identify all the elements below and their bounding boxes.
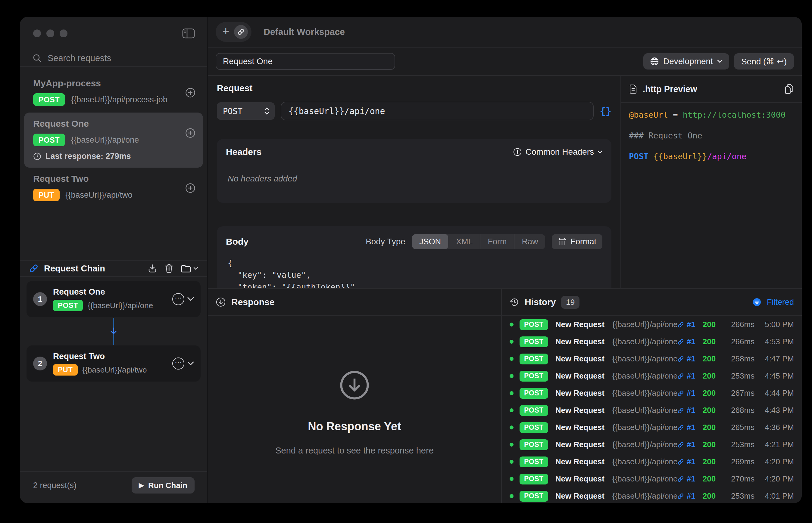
history-row[interactable]: POST New Request {{baseUrl}}/api/one #1 … (502, 453, 802, 470)
history-request-name: New Request (555, 474, 604, 484)
history-row[interactable]: POST New Request {{baseUrl}}/api/one #1 … (502, 402, 802, 419)
no-response-subtitle: Send a request to see the response here (275, 446, 434, 456)
variables-icon[interactable]: {} (600, 105, 611, 117)
chain-reference: #1 (677, 423, 695, 432)
common-headers-label: Common Headers (525, 147, 594, 157)
history-row[interactable]: POST New Request {{baseUrl}}/api/one #1 … (502, 436, 802, 453)
duration: 269ms (722, 457, 755, 466)
history-request-url: {{baseUrl}}/api/one (612, 405, 677, 415)
search-requests-input[interactable]: Search requests (20, 50, 207, 67)
request-name-input[interactable]: Request One (215, 53, 395, 70)
link-icon (677, 355, 684, 363)
copy-preview-button[interactable] (784, 84, 794, 94)
sidebar-toggle-button[interactable] (182, 28, 195, 39)
request-chain-header: Request Chain (20, 260, 207, 277)
ellipsis-icon: ⋯ (175, 359, 182, 366)
chain-ref-text: #1 (687, 491, 695, 501)
sidebar: Search requests MyApp-process POST {{bas… (20, 17, 208, 503)
chevron-down-icon[interactable] (187, 297, 194, 301)
history-request-name: New Request (555, 354, 604, 363)
history-request-url: {{baseUrl}}/api/one (612, 337, 677, 346)
http-preview-code: @baseUrl = http://localhost:3000### Requ… (621, 103, 802, 180)
send-button[interactable]: Send (⌘ ↩) (734, 53, 794, 70)
common-headers-button[interactable]: Common Headers (513, 147, 602, 157)
status-code: 200 (703, 354, 722, 363)
body-type-option[interactable]: Form (480, 234, 514, 249)
preview-token: POST (629, 152, 649, 161)
zoom-window-button[interactable] (59, 30, 67, 37)
link-icon (677, 441, 684, 448)
export-chain-button[interactable] (148, 264, 157, 273)
add-to-chain-button[interactable] (185, 87, 196, 98)
chevron-down-icon[interactable] (187, 361, 194, 366)
chain-item[interactable]: 2 Request Two PUT {{baseUrl}}/api/two ⋯ (27, 345, 201, 382)
close-window-button[interactable] (33, 30, 41, 37)
history-request-url: {{baseUrl}}/api/one (612, 389, 677, 398)
filtered-label[interactable]: Filtered (767, 297, 794, 307)
chevron-down-icon (717, 59, 723, 63)
chain-ref-text: #1 (687, 320, 695, 329)
request-name: Request One (33, 119, 185, 129)
history-request-url: {{baseUrl}}/api/one (612, 474, 677, 484)
body-type-label: Body Type (366, 237, 405, 247)
chain-folder-menu-button[interactable] (181, 264, 198, 273)
body-code-editor[interactable]: { "key": "value", "token": "{{authToken}… (226, 257, 602, 288)
history-request-url: {{baseUrl}}/api/one (612, 440, 677, 449)
request-list-item[interactable]: Request One POST {{baseUrl}}/api/one Las… (24, 112, 203, 168)
run-chain-button[interactable]: ▶ Run Chain (132, 477, 194, 493)
window-chrome (20, 17, 207, 50)
history-row[interactable]: POST New Request {{baseUrl}}/api/one #1 … (502, 384, 802, 402)
status-code: 200 (703, 457, 722, 466)
method-select[interactable]: POST (217, 102, 275, 120)
method-badge: POST (33, 133, 65, 146)
chain-item-menu-button[interactable]: ⋯ (172, 358, 184, 369)
chain-reference: #1 (677, 405, 695, 415)
history-row[interactable]: POST New Request {{baseUrl}}/api/one #1 … (502, 367, 802, 384)
format-button[interactable]: Format (552, 234, 602, 249)
chain-reference: #1 (677, 440, 695, 449)
chain-reference: #1 (677, 474, 695, 484)
status-dot (509, 391, 514, 395)
request-list-item[interactable]: Request Two PUT {{baseUrl}}/api/two (24, 168, 203, 208)
chain-item[interactable]: 1 Request One POST {{baseUrl}}/api/one ⋯ (27, 281, 201, 317)
timestamp: 4:01 PM (755, 491, 794, 501)
chain-item-menu-button[interactable]: ⋯ (172, 293, 184, 305)
add-to-chain-button[interactable] (185, 128, 196, 139)
link-icon (677, 424, 684, 431)
run-chain-label: Run Chain (148, 481, 187, 490)
history-row[interactable]: POST New Request {{baseUrl}}/api/one #1 … (502, 487, 802, 503)
history-row[interactable]: POST New Request {{baseUrl}}/api/one #1 … (502, 419, 802, 436)
chain-ref-text: #1 (687, 389, 695, 398)
history-row[interactable]: POST New Request {{baseUrl}}/api/one #1 … (502, 333, 802, 350)
filter-icon[interactable] (753, 297, 761, 307)
status-code: 200 (703, 371, 722, 381)
body-type-option[interactable]: Raw (514, 234, 545, 249)
url-input[interactable]: {{baseUrl}}/api/one (281, 102, 594, 120)
headers-empty-text: No headers added (226, 174, 602, 184)
import-tray-icon (148, 264, 157, 273)
method-value: POST (223, 107, 242, 116)
link-icon (677, 407, 684, 414)
active-tab-button[interactable] (234, 25, 248, 39)
preview-line: POST {{baseUrl}}/api/one (629, 152, 794, 161)
duration: 253ms (722, 440, 755, 449)
copy-icon (784, 84, 794, 94)
body-type-option[interactable]: XML (448, 234, 480, 249)
request-url: {{baseUrl}}/api/one (71, 136, 139, 145)
history-panel: History 19 Filtered POST New Request {{b… (502, 289, 802, 503)
clear-chain-button[interactable] (165, 264, 173, 273)
history-row[interactable]: POST New Request {{baseUrl}}/api/one #1 … (502, 470, 802, 487)
request-list-item[interactable]: MyApp-process POST {{baseUrl}}/api/proce… (24, 72, 203, 112)
add-to-chain-button[interactable] (185, 183, 196, 194)
body-type-option[interactable]: JSON (412, 234, 448, 249)
preview-token: {{baseUrl}} (649, 152, 707, 161)
history-row[interactable]: POST New Request {{baseUrl}}/api/one #1 … (502, 316, 802, 333)
new-tab-button[interactable]: + (222, 25, 229, 39)
timestamp: 4:43 PM (755, 405, 794, 415)
status-code: 200 (703, 423, 722, 432)
http-preview-panel: .http Preview @baseUrl = http://localhos… (620, 76, 802, 288)
duration: 258ms (722, 354, 755, 363)
environment-selector[interactable]: Development (643, 53, 729, 70)
minimize-window-button[interactable] (46, 30, 54, 37)
history-row[interactable]: POST New Request {{baseUrl}}/api/one #1 … (502, 350, 802, 367)
